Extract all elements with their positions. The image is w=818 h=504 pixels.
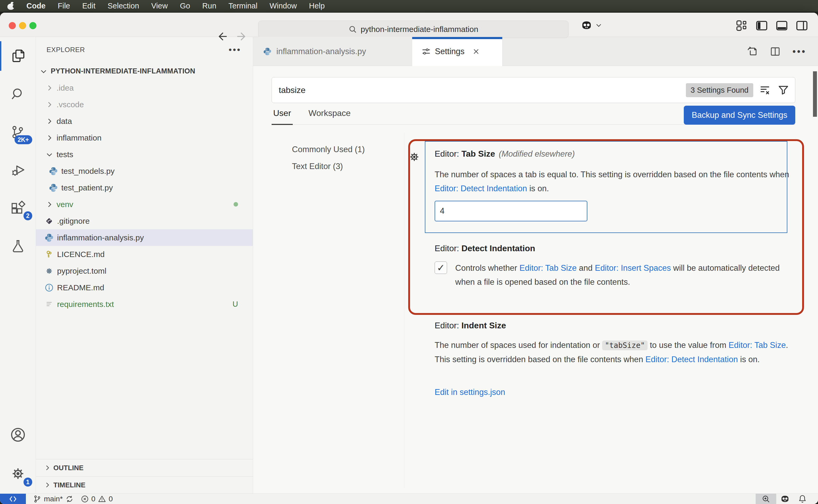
copilot-status-icon[interactable] [776, 494, 794, 504]
tab-size-input[interactable] [435, 201, 587, 221]
tree-file-readme[interactable]: README.md [36, 279, 253, 296]
copilot-menu[interactable] [580, 20, 602, 31]
toggle-secondary-sidebar-icon[interactable] [796, 20, 808, 32]
command-center-search[interactable]: python-intermediate-inflammation [258, 21, 569, 38]
back-icon[interactable] [216, 31, 228, 42]
toggle-primary-sidebar-icon[interactable] [756, 20, 768, 32]
setting-gear-icon[interactable] [407, 150, 421, 164]
key-file-icon [44, 250, 54, 259]
tab-bar: inflammation-analysis.py Settings ••• [253, 37, 818, 66]
activity-extensions-icon[interactable]: 2 [0, 189, 36, 227]
scope-tab-workspace[interactable]: Workspace [307, 106, 352, 125]
tree-file-pyproject[interactable]: pyproject.toml [36, 263, 253, 279]
toc-commonly-used[interactable]: Commonly Used (1) [292, 141, 365, 158]
branch-name: main* [44, 495, 63, 503]
chevron-down-icon [40, 67, 48, 75]
tab-size-description: The number of spaces a tab is equal to. … [435, 167, 791, 195]
open-changes-icon[interactable] [746, 46, 758, 57]
desktop: { "colors": { "accent_blue": "#2a67c9", … [0, 0, 818, 504]
toc-text-editor[interactable]: Text Editor (3) [292, 158, 365, 175]
tab-size-link[interactable]: Editor: Tab Size [519, 263, 577, 273]
menu-selection[interactable]: Selection [108, 2, 139, 10]
menu-window[interactable]: Window [269, 2, 297, 10]
warnings-count: 0 [109, 495, 113, 503]
window-close-button[interactable] [9, 22, 16, 29]
search-icon [348, 25, 357, 34]
tree-folder-tests[interactable]: tests [36, 146, 253, 163]
tree-folder-data[interactable]: data [36, 113, 253, 129]
zoom-status-icon[interactable] [756, 494, 776, 504]
file-tree: PYTHON-INTERMEDIATE-INFLAMMATION .idea .… [36, 58, 253, 459]
insert-spaces-link[interactable]: Editor: Insert Spaces [595, 263, 671, 273]
notifications-bell-icon[interactable] [794, 494, 811, 504]
python-file-icon [49, 183, 58, 193]
tree-folder-inflammation[interactable]: inflammation [36, 129, 253, 146]
filter-settings-icon[interactable] [778, 84, 789, 96]
menu-go[interactable]: Go [180, 2, 190, 10]
tree-file-inflammation-analysis[interactable]: inflammation-analysis.py [36, 229, 253, 246]
tree-file-gitignore[interactable]: .gitignore [36, 213, 253, 229]
settings-sliders-icon [422, 47, 431, 56]
detect-indentation-description: Controls whether Editor: Tab Size and Ed… [455, 261, 796, 289]
tree-folder-vscode[interactable]: .vscode [36, 96, 253, 113]
problems-status[interactable]: 0 0 [81, 495, 113, 503]
tree-file-licence[interactable]: LICENCE.md [36, 246, 253, 263]
detect-indentation-link[interactable]: Editor: Detect Indentation [435, 184, 527, 193]
scrollbar-thumb[interactable] [813, 71, 817, 117]
tree-folder-idea[interactable]: .idea [36, 80, 253, 96]
menu-view[interactable]: View [151, 2, 168, 10]
python-file-icon [49, 166, 58, 176]
outline-section[interactable]: OUTLINE [36, 459, 253, 476]
tree-file-test-patient[interactable]: test_patient.py [36, 179, 253, 196]
chevron-right-icon [45, 101, 53, 109]
tree-folder-venv[interactable]: venv [36, 196, 253, 213]
activity-source-control-icon[interactable]: 2K+ [0, 113, 36, 151]
close-tab-icon[interactable] [472, 48, 480, 55]
detect-indentation-checkbox[interactable]: ✓ [435, 262, 447, 274]
remote-indicator[interactable] [0, 494, 26, 504]
account-icon[interactable] [0, 416, 36, 454]
toggle-panel-icon[interactable] [776, 20, 788, 32]
split-editor-icon[interactable] [770, 46, 781, 57]
scope-tab-user[interactable]: User [272, 106, 293, 125]
indent-size-description: The number of spaces used for indentatio… [435, 338, 790, 366]
chevron-right-icon [43, 464, 51, 472]
forward-icon[interactable] [236, 31, 248, 42]
backup-sync-settings-button[interactable]: Backup and Sync Settings [684, 106, 795, 125]
menu-code[interactable]: Code [26, 2, 46, 10]
tree-root-folder[interactable]: PYTHON-INTERMEDIATE-INFLAMMATION [36, 63, 253, 80]
settings-search-input[interactable] [279, 85, 686, 95]
activity-run-debug-icon[interactable] [0, 151, 36, 189]
menu-file[interactable]: File [58, 2, 70, 10]
chevron-right-icon [45, 200, 53, 208]
activity-testing-icon[interactable] [0, 227, 36, 265]
explorer-sidebar: EXPLORER ••• PYTHON-INTERMEDIATE-INFLAMM… [36, 37, 253, 493]
detect-indentation-link[interactable]: Editor: Detect Indentation [645, 355, 738, 364]
customize-layout-icon[interactable] [736, 20, 748, 32]
tab-inflammation-analysis[interactable]: inflammation-analysis.py [253, 37, 412, 66]
manage-gear-icon[interactable]: 1 [0, 454, 36, 493]
tab-settings[interactable]: Settings [412, 37, 503, 66]
tree-file-requirements[interactable]: requirements.txt U [36, 296, 253, 312]
clear-settings-filters-icon[interactable] [759, 84, 771, 96]
settings-content: Commonly Used (1) Text Editor (3) Editor… [253, 125, 818, 493]
window-minimize-button[interactable] [19, 22, 26, 29]
edit-in-settings-json-link[interactable]: Edit in settings.json [435, 388, 505, 397]
extensions-badge: 2 [24, 211, 32, 220]
window-zoom-button[interactable] [29, 22, 36, 29]
activity-search-icon[interactable] [0, 75, 36, 113]
tab-size-link[interactable]: Editor: Tab Size [729, 340, 786, 350]
vscode-window: python-intermediate-inflammation [0, 13, 818, 504]
menu-run[interactable]: Run [202, 2, 216, 10]
menu-terminal[interactable]: Terminal [229, 2, 258, 10]
indent-size-title: Editor: Indent Size [435, 321, 506, 330]
menu-edit[interactable]: Edit [82, 2, 95, 10]
tree-file-test-models[interactable]: test_models.py [36, 163, 253, 179]
menu-help[interactable]: Help [309, 2, 325, 10]
explorer-more-actions-icon[interactable]: ••• [229, 45, 241, 55]
apple-menu-icon[interactable] [7, 2, 14, 10]
activity-explorer-icon[interactable] [0, 37, 36, 75]
timeline-section[interactable]: TIMELINE [36, 476, 253, 493]
git-branch-status[interactable]: main* [33, 495, 73, 503]
more-actions-icon[interactable]: ••• [792, 46, 806, 57]
